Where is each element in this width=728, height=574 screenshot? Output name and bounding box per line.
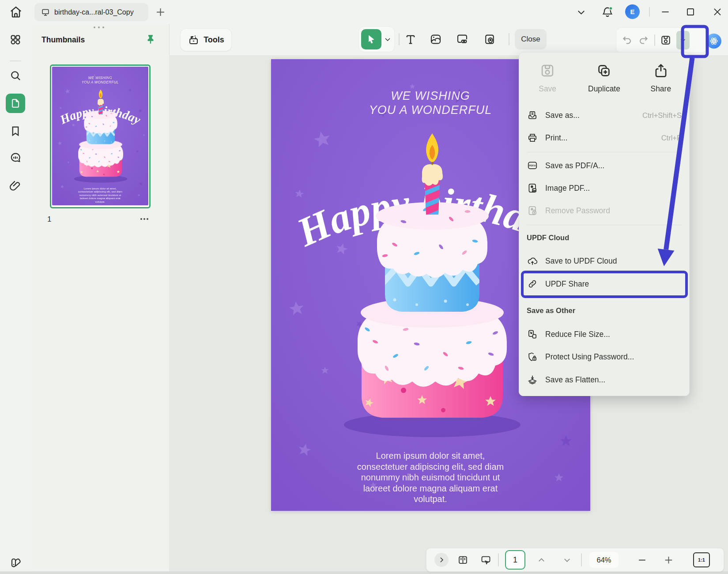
maximize-button[interactable] <box>685 6 696 18</box>
select-tool-button[interactable] <box>361 29 381 49</box>
menu-item-image-pdf[interactable]: Image PDF... <box>527 178 682 198</box>
tools-label: Tools <box>204 35 224 45</box>
save-icon[interactable] <box>660 34 672 46</box>
sidebar-item-grid[interactable] <box>5 29 26 50</box>
statusbar-divider <box>498 553 499 566</box>
image-pdf-icon <box>527 182 538 194</box>
bell-icon <box>601 5 614 19</box>
titlebar-divider <box>649 7 650 17</box>
menu-item-save-as-flatten[interactable]: Save as Flatten... <box>527 370 682 389</box>
sidebar-divider <box>10 60 21 61</box>
redo-icon[interactable] <box>637 34 650 46</box>
stamp-tool-button[interactable] <box>483 33 496 46</box>
actual-size-button[interactable]: 1:1 <box>693 552 710 567</box>
titlebar-chevron-button[interactable] <box>575 6 587 18</box>
toolbar-divider <box>399 33 400 45</box>
menu-item-updf-share[interactable]: UPDF Share <box>527 274 682 294</box>
sidebar-item-thumbnails[interactable] <box>6 94 25 113</box>
page-number-input[interactable]: 1 <box>505 550 525 570</box>
select-tool-group <box>358 26 395 52</box>
text-tool-button[interactable] <box>404 33 417 46</box>
save-menu-chevron-button[interactable] <box>676 31 690 49</box>
menu-share-button[interactable]: Share <box>637 62 685 94</box>
book-view-icon <box>457 554 469 566</box>
status-bar: 1 64% 1:1 <box>426 548 724 572</box>
swatches-icon <box>8 555 23 570</box>
image-tool-button[interactable] <box>429 33 442 46</box>
pin-icon <box>145 34 156 45</box>
document-tab-title: birthday-ca...ral-03_Copy <box>54 8 134 16</box>
home-button[interactable] <box>8 4 23 19</box>
sidebar-item-bookmarks[interactable] <box>5 121 26 142</box>
link-icon <box>456 33 469 46</box>
menu-divider <box>527 225 682 225</box>
menu-item-print[interactable]: Print... Ctrl+P <box>527 128 682 147</box>
titlebar: birthday-ca...ral-03_Copy E <box>0 0 728 24</box>
menu-divider <box>527 152 682 152</box>
tools-button[interactable]: Tools <box>180 28 232 51</box>
ai-sparkle-icon <box>708 35 720 47</box>
sidebar-item-attachments[interactable] <box>5 175 26 196</box>
collapse-statusbar-button[interactable] <box>433 548 450 571</box>
next-page-button[interactable] <box>558 548 576 571</box>
minimize-button[interactable] <box>660 6 671 18</box>
text-icon <box>404 33 417 46</box>
close-label: Close <box>521 35 540 44</box>
print-icon <box>527 132 538 144</box>
user-avatar[interactable]: E <box>625 4 640 19</box>
page-thumbnail-art <box>52 67 148 205</box>
thumbnail-more-button[interactable] <box>140 218 148 220</box>
notifications-button[interactable] <box>601 5 614 19</box>
link-tool-button[interactable] <box>456 33 469 46</box>
undo-icon[interactable] <box>621 34 633 46</box>
zoom-out-button[interactable] <box>633 548 651 571</box>
comment-icon <box>9 151 22 164</box>
close-document-button[interactable]: Close <box>515 29 547 49</box>
previous-page-button[interactable] <box>532 548 550 571</box>
menu-item-save-to-updf-cloud[interactable]: Save to UPDF Cloud <box>527 251 682 271</box>
chevron-down-icon <box>679 36 687 44</box>
close-icon <box>712 6 723 18</box>
zoom-level-value[interactable]: 64% <box>589 552 619 568</box>
menu-item-protect-using-password[interactable]: Protect Using Password... <box>527 347 682 366</box>
sidebar-item-comments[interactable] <box>5 147 26 168</box>
window-close-button[interactable] <box>712 6 723 18</box>
document-tab[interactable]: birthday-ca...ral-03_Copy <box>34 3 148 21</box>
pdfa-icon <box>527 160 538 171</box>
sidebar-item-search[interactable] <box>5 65 26 86</box>
chevron-down-icon <box>575 6 587 18</box>
bookmark-icon <box>9 125 22 138</box>
pin-panel-button[interactable] <box>145 34 156 45</box>
minimize-icon <box>660 6 671 18</box>
new-tab-button[interactable] <box>155 6 166 18</box>
minus-icon <box>637 555 648 566</box>
menu-section-save-as-other: Save as Other <box>527 306 575 315</box>
save-dropdown-menu: Save Duplicate Share Save as... Ctrl+Shi… <box>519 52 690 396</box>
shortcut-label: Ctrl+P <box>661 134 682 142</box>
protect-password-icon <box>527 351 538 363</box>
left-sidebar <box>0 24 31 574</box>
thumbnails-header: Thumbnails <box>41 35 85 45</box>
location-doc-icon <box>483 33 496 46</box>
page-thumbnail-selected[interactable] <box>50 64 151 208</box>
menu-item-reduce-file-size[interactable]: Reduce File Size... <box>527 325 682 344</box>
shortcut-label: Ctrl+Shift+S <box>642 111 682 120</box>
chevron-up-icon <box>536 555 547 566</box>
cloud-upload-icon <box>527 255 538 267</box>
search-icon <box>9 69 22 82</box>
duplicate-icon <box>596 62 612 79</box>
panel-drag-handle-dots[interactable] <box>94 26 104 28</box>
select-tool-chevron-icon[interactable] <box>383 35 392 44</box>
flatten-icon <box>527 374 538 385</box>
cursor-icon <box>366 34 377 45</box>
zoom-in-button[interactable] <box>660 548 677 571</box>
page-layout-button[interactable] <box>454 548 472 571</box>
toolbox-icon <box>188 34 200 46</box>
menu-item-save-as[interactable]: Save as... Ctrl+Shift+S <box>527 106 682 125</box>
ai-assistant-button[interactable] <box>706 34 721 49</box>
reduce-size-icon <box>527 329 538 340</box>
presentation-mode-button[interactable] <box>477 548 494 571</box>
menu-item-save-as-pdfa[interactable]: Save as PDF/A... <box>527 156 682 175</box>
menu-duplicate-button[interactable]: Duplicate <box>580 62 628 94</box>
sidebar-item-swatches[interactable] <box>5 552 26 573</box>
